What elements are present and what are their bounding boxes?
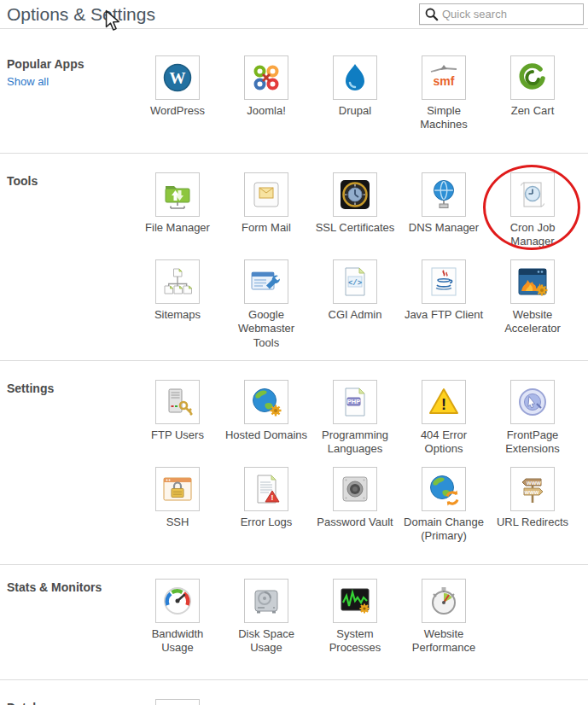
bandwidth-usage-icon — [155, 579, 200, 623]
app-tile-label: Sitemaps — [154, 308, 201, 322]
app-tile-wordpress[interactable]: WWordPress — [133, 55, 222, 143]
section-heading-popular-apps: Popular Apps — [7, 57, 133, 71]
search-icon — [424, 7, 439, 21]
java-ftp-client-icon — [422, 259, 466, 304]
url-redirects-icon: WWWWWW — [510, 467, 555, 511]
section-heading-databases: Databases — [7, 701, 133, 705]
app-tile-programming-languages[interactable]: PHPProgramming Languages — [311, 380, 399, 467]
app-tile-label: URL Redirects — [497, 516, 568, 529]
app-tile-domain-change[interactable]: Domain Change (Primary) — [399, 467, 488, 554]
app-tile-java-ftp-client[interactable]: Java FTP Client — [399, 259, 488, 350]
section-heading-tools: Tools — [7, 174, 133, 188]
section-databases: Databases — [0, 679, 588, 705]
app-tile-dns-manager[interactable]: DNS Manager — [399, 172, 488, 259]
section-settings: Settings FTP UsersHosted DomainsPHPProgr… — [0, 360, 588, 564]
ssh-icon — [155, 467, 200, 511]
svg-text:W: W — [170, 69, 186, 87]
app-tile-label: System Processes — [313, 627, 397, 655]
cron-job-manager-icon — [510, 172, 555, 217]
section-popular-apps: Popular Apps Show all WWordPressJoomla!D… — [0, 29, 588, 153]
svg-text:!: ! — [441, 396, 446, 413]
section-heading-stats-monitors: Stats & Monitors — [7, 580, 133, 594]
file-manager-icon — [155, 172, 200, 217]
quick-search-box[interactable] — [419, 3, 584, 25]
app-tile-website-performance[interactable]: Website Performance — [399, 579, 488, 666]
show-all-link[interactable]: Show all — [7, 75, 133, 88]
database-icon — [155, 699, 200, 705]
app-tile-cgi-admin[interactable]: </>CGI Admin — [311, 259, 399, 350]
app-tile-label: 404 Error Options — [402, 428, 486, 457]
app-tile-ssh[interactable]: SSH — [133, 467, 222, 554]
ssl-certificates-icon — [333, 172, 377, 217]
app-tile-google-webmaster-tools[interactable]: Google Webmaster Tools — [222, 259, 311, 350]
sections-container: Popular Apps Show all WWordPressJoomla!D… — [0, 29, 588, 705]
tools-tiles: File ManagerForm MailSSL CertificatesDNS… — [133, 172, 577, 350]
app-tile-form-mail[interactable]: Form Mail — [222, 172, 311, 259]
settings-tiles: FTP UsersHosted DomainsPHPProgramming La… — [133, 380, 577, 554]
joomla-icon — [244, 55, 288, 100]
app-tile-hosted-domains[interactable]: Hosted Domains — [222, 380, 311, 467]
app-tile-password-vault[interactable]: Password Vault — [311, 467, 399, 554]
cgi-admin-icon: </> — [333, 259, 377, 304]
ftp-users-icon — [155, 380, 200, 424]
app-tile-system-processes[interactable]: System Processes — [311, 579, 399, 666]
app-tile-label: CGI Admin — [329, 308, 382, 322]
password-vault-icon — [333, 467, 377, 511]
app-tile-database[interactable] — [133, 699, 222, 705]
app-tile-zen-cart[interactable]: Zen Cart — [488, 55, 577, 143]
website-performance-icon — [422, 579, 466, 623]
app-tile-label: Cron Job Manager — [491, 221, 574, 249]
app-tile-ftp-users[interactable]: FTP Users — [133, 380, 222, 467]
app-tile-website-accelerator[interactable]: Website Accelerator — [488, 259, 577, 350]
quick-search-input[interactable] — [442, 8, 579, 20]
app-tile-simple-machines[interactable]: smfSimple Machines — [399, 55, 488, 143]
app-tile-label: Website Accelerator — [491, 308, 574, 336]
app-tile-label: Google Webmaster Tools — [224, 308, 308, 350]
svg-text:WWW: WWW — [525, 489, 539, 494]
popular-apps-tiles: WWordPressJoomla!DrupalsmfSimple Machine… — [133, 55, 577, 143]
app-tile-label: Programming Languages — [313, 428, 397, 457]
app-tile-disk-space-usage[interactable]: Disk Space Usage — [222, 579, 311, 666]
section-stats-monitors: Stats & Monitors Bandwidth UsageDisk Spa… — [0, 564, 588, 679]
sitemaps-icon — [155, 259, 200, 304]
app-tile-file-manager[interactable]: File Manager — [133, 172, 222, 259]
app-tile-sitemaps[interactable]: Sitemaps — [133, 259, 222, 350]
app-tile-drupal[interactable]: Drupal — [311, 55, 399, 143]
app-tile-label: FTP Users — [151, 428, 204, 442]
app-tile-joomla[interactable]: Joomla! — [222, 55, 311, 143]
wordpress-icon: W — [155, 55, 200, 100]
app-tile-bandwidth-usage[interactable]: Bandwidth Usage — [133, 579, 222, 666]
stats-monitors-tiles: Bandwidth UsageDisk Space UsageSystem Pr… — [133, 579, 577, 666]
section-tools: Tools File ManagerForm MailSSL Certifica… — [0, 153, 588, 360]
zen-cart-icon — [510, 55, 555, 100]
svg-text:smf: smf — [434, 74, 455, 88]
app-tile-cron-job-manager[interactable]: Cron Job Manager — [488, 172, 577, 259]
databases-tiles — [133, 699, 577, 705]
app-tile-label: DNS Manager — [409, 221, 479, 235]
app-tile-label: Drupal — [339, 104, 371, 118]
app-tile-label: Joomla! — [247, 104, 286, 118]
app-tile-ssl-certificates[interactable]: SSL Certificates — [311, 172, 399, 259]
app-tile-error-logs[interactable]: !Error Logs — [222, 467, 311, 554]
app-tile-error-404[interactable]: !404 Error Options — [399, 380, 488, 467]
simple-machines-icon: smf — [422, 55, 466, 100]
app-tile-label: Java FTP Client — [405, 308, 483, 322]
section-heading-settings: Settings — [7, 382, 133, 395]
page-title: Options & Settings — [7, 4, 155, 25]
app-tile-label: WordPress — [150, 104, 205, 118]
domain-change-icon — [422, 467, 466, 511]
hosted-domains-icon — [244, 380, 288, 424]
svg-text:PHP: PHP — [347, 398, 360, 405]
app-tile-label: FrontPage Extensions — [491, 428, 574, 457]
app-tile-url-redirects[interactable]: WWWWWWURL Redirects — [488, 467, 577, 554]
app-tile-frontpage-extensions[interactable]: FrontPage Extensions — [488, 380, 577, 467]
error-logs-icon: ! — [244, 467, 288, 511]
system-processes-icon — [333, 579, 377, 623]
disk-space-usage-icon — [244, 579, 288, 623]
app-tile-label: Website Performance — [402, 627, 486, 655]
app-tile-label: Error Logs — [241, 516, 293, 529]
app-tile-label: Domain Change (Primary) — [402, 516, 486, 544]
app-tile-label: Form Mail — [242, 221, 291, 235]
drupal-icon — [333, 55, 377, 100]
app-tile-label: SSH — [166, 516, 189, 529]
